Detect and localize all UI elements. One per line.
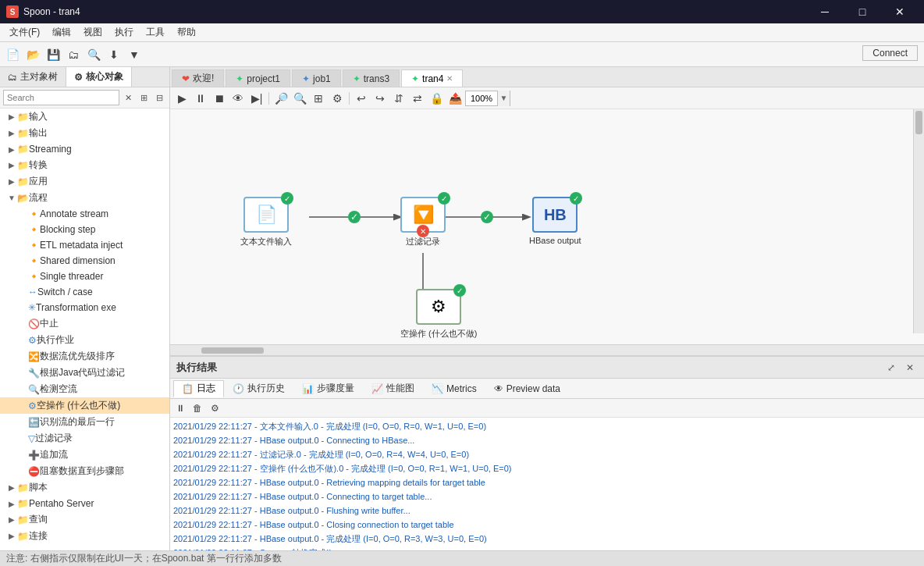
close-button[interactable]: ✕ <box>882 0 918 23</box>
results-tab-perf[interactable]: 📈 性能图 <box>363 380 423 397</box>
menu-view[interactable]: 视图 <box>77 24 108 41</box>
tab-welcome[interactable]: ❤ 欢迎! <box>172 69 224 87</box>
log-clear-button[interactable]: 🗑 <box>190 401 204 415</box>
results-toolbar: ⏸ 🗑 ⚙ <box>170 399 924 418</box>
pause-button[interactable]: ⏸ <box>192 90 209 107</box>
tab-trans3[interactable]: ✦ trans3 <box>343 69 400 87</box>
tree-item-output[interactable]: ▶ 📁 输出 <box>0 125 169 141</box>
maximize-button[interactable]: □ <box>844 0 880 23</box>
align-button[interactable]: ⇵ <box>390 90 407 107</box>
collapse-all-button[interactable]: ⊟ <box>152 91 166 105</box>
minimize-button[interactable]: ─ <box>807 0 843 23</box>
list-item[interactable]: ▶ 🚫 中止 <box>0 315 169 332</box>
tree-item-input[interactable]: ▶ 📁 输入 <box>0 109 169 125</box>
results-tab-preview[interactable]: 👁 Preview data <box>485 380 569 397</box>
canvas-scrollbar-vertical[interactable] <box>913 109 924 333</box>
results-tab-steps[interactable]: 📊 步骤度量 <box>293 380 363 397</box>
log-pause-button[interactable]: ⏸ <box>173 401 187 415</box>
menu-run[interactable]: 执行 <box>108 24 140 41</box>
tree-item-pentaho[interactable]: ▶ 📁 Pentaho Server <box>0 496 169 511</box>
align2-button[interactable]: ⇄ <box>409 90 426 107</box>
settings-button[interactable]: ⬇ <box>105 45 123 64</box>
tab-close-icon[interactable]: ✕ <box>446 74 453 83</box>
log-settings-button[interactable]: ⚙ <box>208 401 222 415</box>
results-tab-metrics[interactable]: 📉 Metrics <box>423 380 485 397</box>
fit-button[interactable]: ⊞ <box>310 90 327 107</box>
workflow-node-hbase[interactable]: HB ✓ HBase output <box>529 197 581 245</box>
tree-item-script[interactable]: ▶ 📁 脚本 <box>0 479 169 496</box>
list-item[interactable]: ▶ 🔸 Single threader <box>0 269 169 284</box>
list-item[interactable]: ▶ 🔸 ETL metadata inject <box>0 237 169 253</box>
list-item-selected[interactable]: ▶ ⚙ 空操作 (什么也不做) <box>0 397 169 414</box>
menu-tools[interactable]: 工具 <box>140 24 171 41</box>
search-input[interactable] <box>3 90 119 105</box>
canvas-area[interactable]: ✓ ✓ 📄 ✓ 文本文件输入 <box>170 109 924 355</box>
list-item[interactable]: ▶ 🔧 根据Java代码过滤记 <box>0 365 169 381</box>
new-file-button[interactable]: 📄 <box>3 45 22 64</box>
list-item[interactable]: ▶ 🔀 数据流优先级排序 <box>0 348 169 365</box>
menu-edit[interactable]: 编辑 <box>46 24 77 41</box>
save-all-button[interactable]: 🗂 <box>64 45 83 64</box>
tab-tran4[interactable]: ✦ tran4 ✕ <box>401 69 463 87</box>
tab-icon-trans: ✦ <box>353 73 361 84</box>
tab-bar: ❤ 欢迎! ✦ project1 ✦ job1 ✦ trans3 ✦ tra <box>170 67 924 87</box>
explore-button[interactable]: 🔍 <box>84 45 103 64</box>
tab-main-objects[interactable]: 🗂 主对象树 <box>0 67 66 87</box>
search-clear-button[interactable]: ✕ <box>121 91 135 105</box>
list-item[interactable]: ▶ ↔ Switch / case <box>0 284 169 300</box>
step-forward-button[interactable]: ▶| <box>248 90 265 107</box>
tree-item-workflow[interactable]: ▼ 📂 流程 <box>0 190 169 206</box>
tab-core-objects[interactable]: ⚙ 核心对象 <box>66 67 132 87</box>
results-tab-history[interactable]: 🕐 执行历史 <box>224 380 293 397</box>
menu-file[interactable]: 文件(F) <box>3 24 46 41</box>
list-item[interactable]: ▶ ✳ Transformation exe <box>0 300 169 315</box>
tree-item-transform[interactable]: ▶ 📁 转换 <box>0 157 169 173</box>
canvas-scrollbar-horizontal[interactable] <box>170 344 924 355</box>
lock-button[interactable]: 🔒 <box>428 90 445 107</box>
zoom-in-button[interactable]: 🔎 <box>272 90 290 107</box>
save-button[interactable]: 💾 <box>44 45 62 64</box>
results-tab-label: 执行历史 <box>247 382 285 395</box>
dropdown-button[interactable]: ▼ <box>125 45 144 64</box>
redo-button[interactable]: ↪ <box>371 90 389 107</box>
workflow-node-textinput[interactable]: 📄 ✓ 文本文件输入 <box>240 197 292 247</box>
steps-icon: 📊 <box>302 383 314 394</box>
undo-button[interactable]: ↩ <box>353 90 370 107</box>
list-item[interactable]: ▶ 🔸 Shared dimension <box>0 253 169 269</box>
list-item[interactable]: ▶ ⛔ 阻塞数据直到步骤部 <box>0 463 169 479</box>
results-close-button[interactable]: ✕ <box>902 360 918 376</box>
zoom-dropdown-button[interactable]: ▼ <box>497 91 510 106</box>
list-item[interactable]: ▶ 🔸 Blocking step <box>0 222 169 237</box>
preview-button[interactable]: 👁 <box>229 90 247 107</box>
list-item[interactable]: ▶ 🔸 Annotate stream <box>0 206 169 222</box>
node-icon: 🔚 <box>28 417 40 428</box>
list-item[interactable]: ▶ ⚙ 执行作业 <box>0 332 169 348</box>
open-button[interactable]: 📂 <box>23 45 42 64</box>
workflow-node-filter[interactable]: 🔽 ✓ ✕ 过滤记录 <box>400 197 446 247</box>
export-button[interactable]: 📤 <box>446 90 464 107</box>
results-tab-log[interactable]: 📋 日志 <box>173 380 224 397</box>
expand-all-button[interactable]: ⊞ <box>137 91 151 105</box>
connect-button[interactable]: Connect <box>862 45 918 61</box>
tab-job1[interactable]: ✦ job1 <box>292 69 341 87</box>
tree-item-label: 输入 <box>29 110 48 123</box>
menu-help[interactable]: 帮助 <box>171 24 202 41</box>
settings-button[interactable]: ⚙ <box>329 90 346 107</box>
tree-item-connection[interactable]: ▶ 📁 连接 <box>0 528 169 544</box>
zoom-out-button[interactable]: 🔍 <box>291 90 308 107</box>
list-item[interactable]: ▶ ➕ 追加流 <box>0 447 169 463</box>
list-item[interactable]: ▶ 🔚 识别流的最后一行 <box>0 414 169 430</box>
expand-icon: ▶ <box>6 532 17 540</box>
workflow-node-empty-op[interactable]: ⚙ ✓ 空操作 (什么也不做) <box>400 289 477 340</box>
tree-item-query[interactable]: ▶ 📁 查询 <box>0 511 169 528</box>
stop-button[interactable]: ⏹ <box>211 90 228 107</box>
tree-item-streaming[interactable]: ▶ 📁 Streaming <box>0 141 169 157</box>
list-item[interactable]: ▶ 🔍 检测空流 <box>0 381 169 397</box>
list-item[interactable]: ▶ ▽ 过滤记录 <box>0 430 169 447</box>
tree-item-app[interactable]: ▶ 📁 应用 <box>0 173 169 190</box>
results-expand-button[interactable]: ⤢ <box>883 360 899 376</box>
run-button[interactable]: ▶ <box>173 90 190 107</box>
log-line: 2021/01/29 22:11:27 - HBase output.0 - 完… <box>173 532 921 546</box>
node-icon: ⚙ <box>28 335 37 346</box>
tab-project1[interactable]: ✦ project1 <box>226 69 290 87</box>
